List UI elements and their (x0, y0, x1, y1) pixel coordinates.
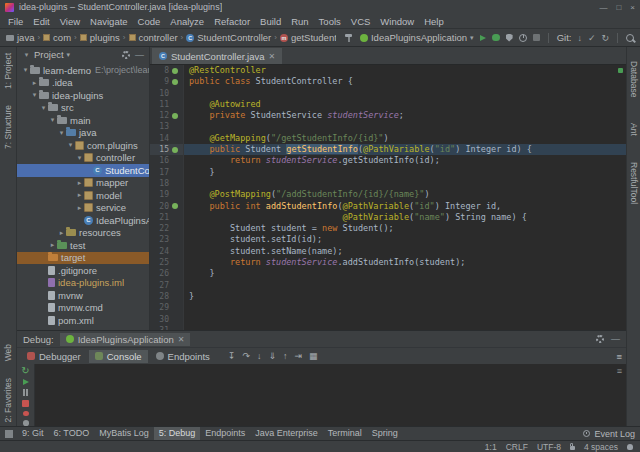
spring-bean-icon[interactable] (172, 68, 178, 74)
tab-debugger[interactable]: Debugger (21, 350, 87, 363)
tree-item-mvnw[interactable]: mvnw (17, 289, 149, 302)
tree-item-main[interactable]: ▾main (17, 114, 149, 127)
breadcrumb-controller[interactable]: controller (129, 32, 178, 43)
menu-vcs[interactable]: VCS (346, 16, 376, 27)
code-line[interactable]: 27 (150, 280, 626, 291)
code-line[interactable]: 25 return studentService.addStudentInfo(… (150, 257, 626, 268)
git-update-icon[interactable]: ↓ (577, 33, 582, 43)
tree-expanded-icon[interactable]: ▾ (66, 141, 75, 149)
code-line[interactable]: 28} (150, 291, 626, 302)
tree-item-src[interactable]: ▾src (17, 102, 149, 115)
tree-collapsed-icon[interactable]: ▸ (48, 241, 57, 249)
tree-item-model[interactable]: ▸model (17, 189, 149, 202)
tree-item-mvnw-cmd[interactable]: mvnw.cmd (17, 302, 149, 315)
toolwindow-button-endpoints[interactable]: Endpoints (200, 427, 250, 440)
toolwindow-stripe-button-1-project[interactable]: 1: Project (3, 53, 13, 89)
menu-analyze[interactable]: Analyze (165, 16, 209, 27)
force-step-into-icon[interactable]: ⇓ (268, 351, 276, 361)
tree-collapsed-icon[interactable]: ▸ (75, 179, 84, 187)
readonly-lock-icon[interactable] (570, 446, 575, 450)
tree-collapsed-icon[interactable]: ▸ (75, 204, 84, 212)
coverage-button[interactable] (506, 34, 513, 42)
tree-expanded-icon[interactable]: ▾ (48, 116, 57, 124)
tree-item-learn-demo[interactable]: ▾learn-demoE:\project\learn-de (17, 64, 149, 77)
code-line[interactable]: 24 student.setName(name); (150, 246, 626, 257)
evaluate-expression-icon[interactable]: ▦ (309, 351, 318, 361)
code-line[interactable]: 21 @PathVariable("name") String name) { (150, 212, 626, 223)
code-line[interactable]: 9public class StudentController { (150, 76, 626, 87)
toolwindow-stripe-button-restfultool[interactable]: RestfulTool (629, 162, 639, 204)
spring-bean-icon[interactable] (172, 79, 178, 85)
step-out-icon[interactable]: ↑ (283, 351, 288, 361)
code-line[interactable]: 14 @GetMapping("/getStudentInfo/{id}") (150, 133, 626, 144)
code-line[interactable]: 8@RestController (150, 65, 626, 76)
toolwindow-button-terminal[interactable]: Terminal (323, 427, 367, 440)
tree-item-idea[interactable]: ▸.idea (17, 77, 149, 90)
build-hammer-icon[interactable] (344, 33, 354, 43)
menu-file[interactable]: File (3, 16, 28, 27)
minimize-button[interactable]: — (599, 3, 607, 12)
maximize-button[interactable]: □ (616, 3, 621, 12)
close-tab-icon[interactable]: ✕ (268, 52, 275, 61)
console-options-icon[interactable]: ≡ (617, 366, 622, 376)
code-line[interactable]: 30 (150, 314, 626, 325)
tree-expanded-icon[interactable]: ▾ (75, 154, 84, 162)
code-line[interactable]: 29 (150, 302, 626, 313)
stop-process-icon[interactable] (22, 400, 29, 407)
project-view-selector[interactable]: Project (34, 49, 64, 60)
layout-settings-icon[interactable]: ≡ (616, 351, 622, 362)
hide-panel-icon[interactable]: — (135, 50, 144, 60)
tree-collapsed-icon[interactable]: ▸ (75, 191, 84, 199)
resume-program-icon[interactable] (23, 379, 29, 385)
toolwindow-stripe-button-7-structure[interactable]: 7: Structure (3, 105, 13, 149)
code-line[interactable]: 19 @PostMapping("/addStudentInfo/{id}/{n… (150, 189, 626, 200)
breadcrumb-getstudentinfo[interactable]: mgetStudentInfo (280, 32, 336, 43)
profiler-button[interactable] (519, 34, 527, 42)
tree-item-gitignore[interactable]: .gitignore (17, 264, 149, 277)
code-area[interactable]: 8@RestController9public class StudentCon… (150, 65, 626, 330)
close-button[interactable]: × (630, 3, 635, 12)
code-line[interactable]: 12 private StudentService studentService… (150, 110, 626, 121)
breadcrumb-plugins[interactable]: plugins (80, 32, 120, 43)
toolwindow-stripe-button-database[interactable]: Database (629, 61, 639, 97)
tree-item-test[interactable]: ▸test (17, 239, 149, 252)
toolwindow-switcher-icon[interactable] (5, 430, 13, 438)
console-output[interactable]: ≡ (35, 364, 626, 426)
menu-refactor[interactable]: Refactor (209, 16, 255, 27)
run-configuration-select[interactable]: IdeaPluginsApplication ▾ (360, 32, 474, 43)
code-line[interactable]: 22 Student student = new Student(); (150, 223, 626, 234)
code-line[interactable]: 13 (150, 121, 626, 132)
menu-navigate[interactable]: Navigate (85, 16, 133, 27)
hide-panel-icon[interactable]: — (611, 334, 620, 344)
rerun-icon[interactable]: ↻ (21, 367, 29, 375)
run-to-cursor-icon[interactable]: ⇥ (295, 351, 303, 361)
menu-tools[interactable]: Tools (314, 16, 346, 27)
toolwindow-button-5-debug[interactable]: 5: Debug (154, 427, 201, 440)
pause-program-icon[interactable] (23, 389, 29, 396)
tree-item-target[interactable]: target (17, 252, 149, 265)
line-separator[interactable]: CRLF (506, 442, 528, 452)
breadcrumb-studentcontroller[interactable]: CStudentController (186, 32, 271, 43)
menu-view[interactable]: View (55, 16, 85, 27)
indent-config[interactable]: 4 spaces (584, 442, 618, 452)
breadcrumb-com[interactable]: com (43, 32, 71, 43)
tree-collapsed-icon[interactable]: ▸ (30, 79, 39, 87)
tree-expanded-icon[interactable]: ▾ (21, 66, 30, 74)
code-line[interactable]: 10 (150, 88, 626, 99)
editor-tab-studentcontroller[interactable]: C StudentController.java ✕ (152, 48, 282, 64)
code-line[interactable]: 31 (150, 325, 626, 330)
settings-gear-icon[interactable] (596, 335, 604, 343)
tree-expanded-icon[interactable]: ▾ (39, 104, 48, 112)
toolwindow-button-6-todo[interactable]: 6: TODO (49, 427, 95, 440)
request-mapping-icon[interactable] (172, 147, 178, 153)
tab-console[interactable]: Console (89, 350, 148, 363)
tree-item-mapper[interactable]: ▸mapper (17, 177, 149, 190)
toolwindow-stripe-button-ant[interactable]: Ant (629, 123, 639, 136)
tab-endpoints[interactable]: Endpoints (150, 350, 216, 363)
menu-build[interactable]: Build (255, 16, 286, 27)
code-line[interactable]: 26 } (150, 268, 626, 279)
toolwindow-button-mybatis-log[interactable]: MyBatis Log (94, 427, 154, 440)
tree-expanded-icon[interactable]: ▾ (57, 129, 66, 137)
tree-expanded-icon[interactable]: ▾ (30, 91, 39, 99)
tree-item-java[interactable]: ▾java (17, 127, 149, 140)
